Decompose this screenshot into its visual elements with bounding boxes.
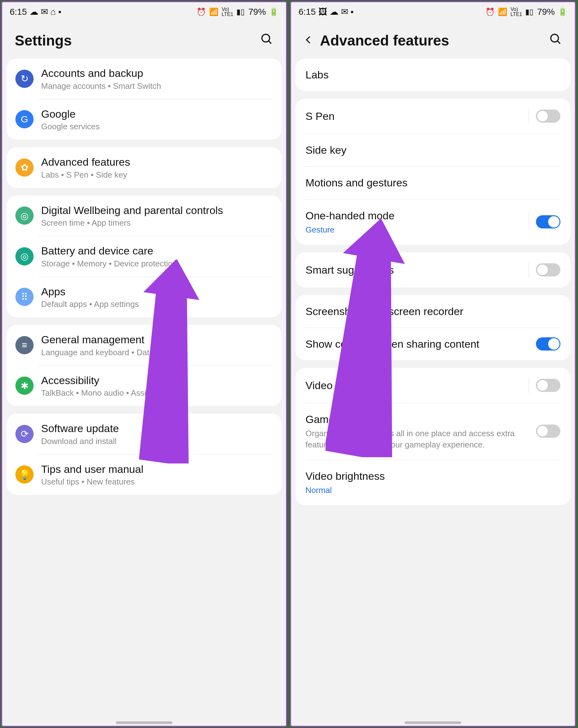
alarm-icon: ⏰ bbox=[485, 7, 495, 16]
battery-icon: 🔋 bbox=[269, 7, 278, 16]
header: Advanced features bbox=[291, 20, 575, 58]
cloud-icon: ☁ bbox=[330, 7, 338, 17]
advanced-item[interactable]: Labs bbox=[296, 58, 571, 91]
toggle-switch[interactable] bbox=[536, 109, 560, 123]
phone-settings: 6:15 ☁ ✉ ⌂ • ⏰ 📶 Vo)LTE1 ▮▯ 79% 🔋 Settin… bbox=[1, 1, 287, 727]
advanced-group: Labs bbox=[296, 58, 571, 91]
settings-item-sub: Screen time • App timers bbox=[41, 218, 273, 228]
settings-group: ⟳Software updateDownload and install💡Tip… bbox=[7, 414, 282, 495]
divider bbox=[529, 108, 529, 124]
volte-icon: Vo)LTE1 bbox=[510, 7, 522, 17]
advanced-item[interactable]: One-handed modeGesture bbox=[296, 199, 571, 245]
wifi-icon: 📶 bbox=[209, 7, 219, 16]
settings-item-sub: TalkBack • Mono audio • Assistant menu bbox=[41, 388, 273, 398]
advanced-item[interactable]: Video call effects bbox=[296, 368, 571, 403]
toggle-switch[interactable] bbox=[536, 424, 560, 438]
settings-item-sub: Useful tips • New features bbox=[41, 477, 273, 487]
status-bar: 6:15 🖼 ☁ ✉ • ⏰ 📶 Vo)LTE1 ▮▯ 79% 🔋 bbox=[291, 2, 575, 20]
settings-item-title: Accessibility bbox=[41, 374, 273, 387]
settings-icon: ◎ bbox=[16, 247, 33, 265]
advanced-item-title: S Pen bbox=[305, 109, 524, 123]
settings-item-title: Software update bbox=[41, 422, 273, 435]
settings-item[interactable]: ◎Digital Wellbeing and parental controls… bbox=[7, 196, 282, 236]
settings-item[interactable]: ⟳Software updateDownload and install bbox=[7, 414, 282, 454]
settings-item-sub: Google services bbox=[41, 122, 273, 131]
status-time: 6:15 bbox=[299, 7, 316, 17]
settings-item[interactable]: ↻Accounts and backupManage accounts • Sm… bbox=[7, 58, 282, 99]
toggle-switch[interactable] bbox=[536, 215, 560, 229]
advanced-item[interactable]: Motions and gestures bbox=[296, 166, 571, 199]
settings-item[interactable]: ✱AccessibilityTalkBack • Mono audio • As… bbox=[7, 366, 282, 406]
nav-handle[interactable] bbox=[405, 721, 461, 724]
toggle-switch[interactable] bbox=[536, 263, 560, 277]
advanced-item[interactable]: Show contacts when sharing content bbox=[296, 328, 571, 360]
settings-item[interactable]: 💡Tips and user manualUseful tips • New f… bbox=[7, 454, 282, 495]
settings-item[interactable]: ≡General managementLanguage and keyboard… bbox=[7, 325, 282, 366]
advanced-item[interactable]: Side key bbox=[296, 134, 571, 166]
settings-item[interactable]: ⠿AppsDefault apps • App settings bbox=[7, 277, 282, 317]
settings-icon: ✱ bbox=[16, 376, 33, 395]
settings-icon: ◎ bbox=[16, 206, 33, 225]
advanced-item[interactable]: Smart suggestions bbox=[296, 252, 571, 287]
advanced-item-title: Smart suggestions bbox=[305, 263, 524, 277]
advanced-item-title: One-handed mode bbox=[305, 209, 524, 223]
advanced-item[interactable]: Screenshots and screen recorder bbox=[296, 295, 571, 328]
header: Settings bbox=[2, 20, 286, 58]
signal-icon: ▮▯ bbox=[236, 7, 245, 16]
nav-handle[interactable] bbox=[116, 721, 172, 724]
settings-icon: ⠿ bbox=[16, 288, 33, 306]
settings-item-sub: Labs • S Pen • Side key bbox=[41, 170, 273, 180]
settings-item-sub: Language and keyboard • Date and time bbox=[41, 348, 273, 357]
advanced-item-sub: Normal bbox=[305, 485, 555, 496]
toggle-switch[interactable] bbox=[536, 379, 560, 392]
status-bar: 6:15 ☁ ✉ ⌂ • ⏰ 📶 Vo)LTE1 ▮▯ 79% 🔋 bbox=[2, 2, 286, 20]
advanced-item-title: Side key bbox=[305, 143, 555, 157]
advanced-group: Screenshots and screen recorderShow cont… bbox=[296, 295, 571, 360]
volte-icon: Vo)LTE1 bbox=[222, 7, 233, 17]
settings-item[interactable]: GGoogleGoogle services bbox=[7, 99, 282, 140]
settings-group: ≡General managementLanguage and keyboard… bbox=[7, 325, 282, 406]
search-icon[interactable] bbox=[549, 33, 562, 49]
cloud-icon: ☁ bbox=[29, 7, 38, 17]
advanced-item-title: Video brightness bbox=[305, 469, 555, 483]
advanced-item-title: Show contacts when sharing content bbox=[305, 337, 531, 351]
battery-percent: 79% bbox=[248, 7, 266, 17]
status-time: 6:15 bbox=[10, 7, 27, 17]
svg-line-1 bbox=[269, 41, 271, 44]
phone-advanced-features: 6:15 🖼 ☁ ✉ • ⏰ 📶 Vo)LTE1 ▮▯ 79% 🔋 Advanc… bbox=[290, 1, 576, 727]
back-button[interactable] bbox=[304, 33, 313, 48]
settings-item-sub: Storage • Memory • Device protection bbox=[41, 259, 273, 268]
image-icon: 🖼 bbox=[318, 7, 327, 17]
dot-icon: • bbox=[351, 7, 354, 17]
settings-item-sub: Download and install bbox=[41, 437, 273, 446]
advanced-item[interactable]: Game LauncherOrganise all your games all… bbox=[296, 403, 571, 460]
settings-group: ◎Digital Wellbeing and parental controls… bbox=[7, 196, 282, 317]
advanced-item-sub: Gesture bbox=[305, 224, 524, 235]
settings-item-title: Digital Wellbeing and parental controls bbox=[41, 204, 273, 217]
settings-icon: 💡 bbox=[16, 465, 33, 484]
toggle-switch[interactable] bbox=[536, 337, 560, 350]
svg-point-0 bbox=[262, 34, 270, 42]
settings-item-title: Advanced features bbox=[41, 155, 273, 169]
settings-icon: ≡ bbox=[16, 336, 33, 354]
advanced-item[interactable]: S Pen bbox=[296, 99, 571, 134]
settings-item-title: Tips and user manual bbox=[41, 463, 273, 476]
advanced-item-sub: Organise all your games all in one place… bbox=[305, 428, 531, 450]
advanced-group: S PenSide keyMotions and gesturesOne-han… bbox=[296, 99, 571, 245]
settings-item[interactable]: ◎Battery and device careStorage • Memory… bbox=[7, 236, 282, 277]
settings-item-title: Google bbox=[41, 107, 273, 121]
wifi-icon: 📶 bbox=[498, 7, 507, 16]
svg-point-3 bbox=[551, 34, 558, 42]
home-icon: ⌂ bbox=[51, 7, 56, 17]
signal-icon: ▮▯ bbox=[525, 7, 533, 16]
settings-item-title: Accounts and backup bbox=[41, 67, 273, 80]
settings-item-title: Battery and device care bbox=[41, 244, 273, 258]
settings-group: ↻Accounts and backupManage accounts • Sm… bbox=[7, 58, 282, 140]
settings-icon: ✿ bbox=[16, 158, 33, 177]
advanced-item[interactable]: Video brightnessNormal bbox=[296, 460, 571, 505]
settings-group: ✿Advanced featuresLabs • S Pen • Side ke… bbox=[7, 147, 282, 188]
settings-icon: G bbox=[16, 110, 33, 128]
search-icon[interactable] bbox=[260, 33, 273, 49]
page-title: Settings bbox=[15, 32, 72, 49]
settings-item[interactable]: ✿Advanced featuresLabs • S Pen • Side ke… bbox=[7, 147, 282, 188]
